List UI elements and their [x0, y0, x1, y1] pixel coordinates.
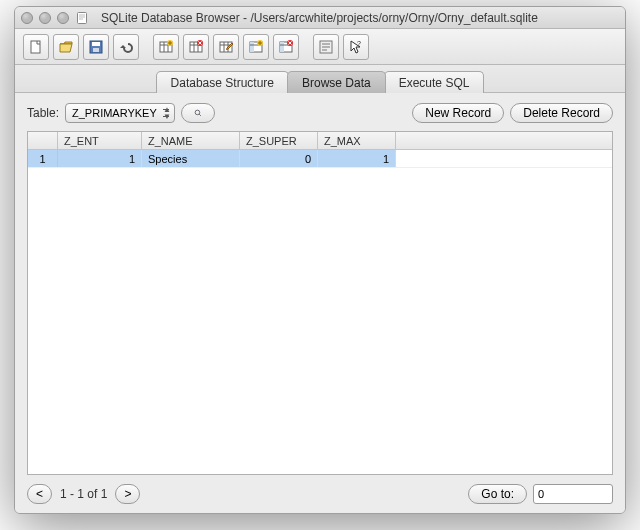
- svg-text:?: ?: [357, 40, 361, 47]
- goto-button[interactable]: Go to:: [468, 484, 527, 504]
- svg-rect-1: [31, 41, 40, 53]
- table-select-value: Z_PRIMARYKEY: [72, 107, 157, 119]
- table-row[interactable]: 1 1 Species 0 1: [28, 150, 612, 168]
- svg-rect-11: [250, 42, 254, 52]
- search-button[interactable]: [181, 103, 215, 123]
- svg-rect-4: [93, 48, 99, 52]
- grid-footer: < 1 - 1 of 1 > Go to:: [27, 475, 613, 505]
- close-window-icon[interactable]: [21, 12, 33, 24]
- magnifier-icon: [194, 106, 202, 120]
- open-file-button[interactable]: [53, 34, 79, 60]
- window-controls: [21, 12, 69, 24]
- cell-z-name[interactable]: Species: [142, 150, 240, 167]
- document-icon: [75, 11, 89, 25]
- sql-log-button[interactable]: [313, 34, 339, 60]
- delete-record-button[interactable]: Delete Record: [510, 103, 613, 123]
- svg-rect-3: [92, 42, 100, 46]
- cell-z-max[interactable]: 1: [318, 150, 396, 167]
- app-window: SQLite Database Browser - /Users/arcwhit…: [14, 6, 626, 514]
- drop-index-button[interactable]: [273, 34, 299, 60]
- window-title: SQLite Database Browser - /Users/arcwhit…: [101, 11, 538, 25]
- new-record-button[interactable]: New Record: [412, 103, 504, 123]
- col-z-max[interactable]: Z_MAX: [318, 132, 396, 149]
- cell-z-ent[interactable]: 1: [58, 150, 142, 167]
- tab-browse-data[interactable]: Browse Data: [287, 71, 386, 93]
- data-grid[interactable]: Z_ENT Z_NAME Z_SUPER Z_MAX 1 1 Species 0…: [27, 131, 613, 475]
- record-range: 1 - 1 of 1: [54, 487, 113, 501]
- svg-rect-14: [280, 42, 284, 52]
- table-label: Table:: [27, 106, 59, 120]
- goto-input[interactable]: [533, 484, 613, 504]
- toolbar: ?: [15, 29, 625, 65]
- minimize-window-icon[interactable]: [39, 12, 51, 24]
- zoom-window-icon[interactable]: [57, 12, 69, 24]
- updown-icon: ▲▼: [163, 106, 171, 120]
- new-file-button[interactable]: [23, 34, 49, 60]
- col-rownum[interactable]: [28, 132, 58, 149]
- create-table-button[interactable]: [153, 34, 179, 60]
- col-z-ent[interactable]: Z_ENT: [58, 132, 142, 149]
- browse-panel: Table: Z_PRIMARYKEY ▲▼ New Record Delete…: [15, 93, 625, 513]
- drop-table-button[interactable]: [183, 34, 209, 60]
- tab-database-structure[interactable]: Database Structure: [156, 71, 289, 93]
- svg-rect-0: [78, 12, 87, 23]
- col-z-super[interactable]: Z_SUPER: [240, 132, 318, 149]
- table-select[interactable]: Z_PRIMARYKEY ▲▼: [65, 103, 175, 123]
- grid-header: Z_ENT Z_NAME Z_SUPER Z_MAX: [28, 132, 612, 150]
- whats-this-button[interactable]: ?: [343, 34, 369, 60]
- titlebar: SQLite Database Browser - /Users/arcwhit…: [15, 7, 625, 29]
- undo-button[interactable]: [113, 34, 139, 60]
- col-z-name[interactable]: Z_NAME: [142, 132, 240, 149]
- create-index-button[interactable]: [243, 34, 269, 60]
- tab-execute-sql[interactable]: Execute SQL: [384, 71, 485, 93]
- row-number: 1: [28, 150, 58, 167]
- prev-page-button[interactable]: <: [27, 484, 52, 504]
- svg-point-18: [195, 110, 200, 115]
- cell-z-super[interactable]: 0: [240, 150, 318, 167]
- tabs: Database Structure Browse Data Execute S…: [15, 65, 625, 93]
- next-page-button[interactable]: >: [115, 484, 140, 504]
- save-file-button[interactable]: [83, 34, 109, 60]
- modify-table-button[interactable]: [213, 34, 239, 60]
